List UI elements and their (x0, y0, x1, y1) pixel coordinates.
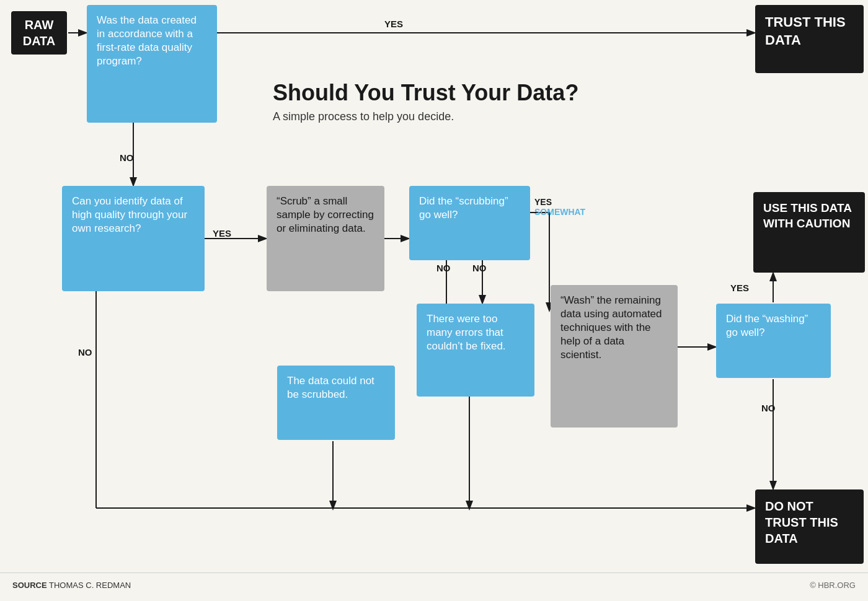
q2-box: Can you identify data of high quality th… (62, 186, 205, 291)
no-label-q3-right: NO (472, 263, 487, 273)
no-trust-data-box: DO NOT TRUST THIS DATA (755, 489, 864, 564)
footer-copyright: © HBR.ORG (810, 581, 856, 590)
yes-somewhat-label-q3: YESSOMEWHAT (534, 197, 585, 217)
no-label-q3-left: NO (436, 263, 451, 273)
footer-divider (0, 572, 868, 573)
caution-data-box: USE THIS DATA WITH CAUTION (753, 192, 865, 273)
trust-data-box: TRUST THIS DATA (755, 5, 864, 73)
no-scrub-box: The data could not be scrubbed. (277, 366, 395, 440)
sub-title: A simple process to help you decide. (273, 110, 645, 123)
yes-label-q2: YES (213, 228, 231, 239)
main-title: Should You Trust Your Data? (273, 81, 645, 105)
title-area: Should You Trust Your Data? A simple pro… (273, 81, 645, 123)
footer-source: SOURCE THOMAS C. REDMAN (12, 581, 131, 590)
no-label-q2-bottom: NO (78, 347, 92, 358)
no-label-q1: NO (120, 152, 134, 163)
yes-label-q4: YES (730, 283, 749, 293)
wash-box: “Wash” the remaining data using automate… (551, 285, 678, 428)
yes-label-q1-top: YES (384, 19, 403, 29)
q1-box: Was the data created in accordance with … (87, 5, 217, 123)
too-errors-box: There were too many errors that couldn’t… (417, 304, 534, 397)
q4-box: Did the “washing” go well? (716, 304, 831, 378)
diagram-container: YES NO YES YESSOMEWHAT NO NO NO YES NO R… (0, 0, 868, 601)
no-label-q4: NO (761, 403, 776, 413)
scrub-box: “Scrub” a small sample by correcting or … (267, 186, 384, 291)
raw-data-box: RAW DATA (11, 11, 67, 55)
q3-box: Did the “scrubbing” go well? (409, 186, 530, 260)
